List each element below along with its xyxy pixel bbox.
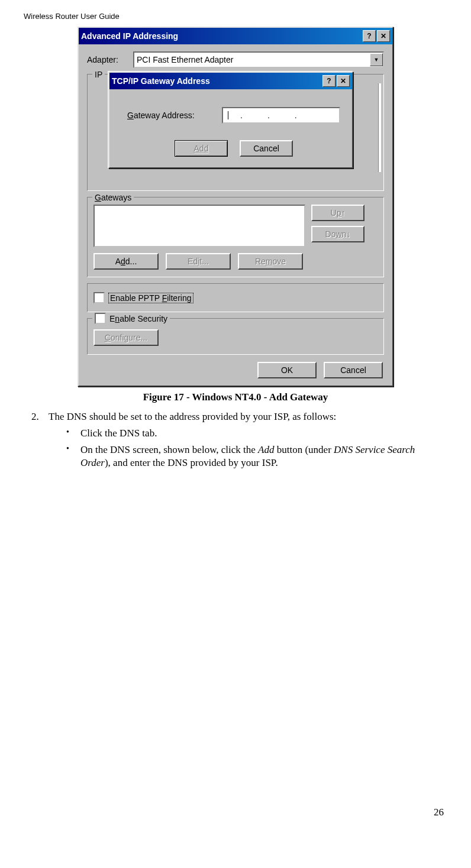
adapter-label: Adapter: [87, 55, 128, 64]
pptp-checkbox[interactable] [93, 292, 105, 303]
security-checkbox[interactable] [95, 313, 106, 324]
security-label: Enable Security [109, 314, 167, 323]
adapter-value: PCI Fast Ethernet Adapter [137, 55, 370, 64]
gateways-listbox[interactable] [93, 205, 305, 247]
gateway-address-input[interactable]: ... [222, 107, 340, 124]
body-text: The DNS should be set to the address pro… [24, 410, 447, 469]
gateways-edit-button[interactable]: Edit... [166, 253, 231, 270]
pptp-groupbox: Enable PPTP Filtering [87, 283, 384, 312]
cancel-button[interactable]: Cancel [324, 362, 383, 378]
down-button[interactable]: Down↓ [311, 226, 364, 242]
ip-group-label: IP [92, 70, 105, 79]
inner-title: TCP/IP Gateway Address [112, 76, 322, 86]
figure-container: Advanced IP Addressing ? ✕ Adapter: PCI … [24, 27, 447, 387]
combobox-arrow-icon[interactable]: ▼ [370, 53, 383, 66]
security-groupbox: Enable Security Configure... [87, 318, 384, 355]
inner-titlebar: TCP/IP Gateway Address ? ✕ [109, 73, 352, 89]
adapter-combobox[interactable]: PCI Fast Ethernet Adapter ▼ [133, 51, 384, 68]
document-header: Wireless Router User Guide [24, 12, 447, 21]
bullet-item: Click the DNS tab. [66, 427, 447, 440]
inner-cancel-button[interactable]: Cancel [240, 140, 293, 157]
gateways-groupbox: Gateways Up↑ Down↓ Add... Edit... Remove [87, 197, 384, 277]
up-button[interactable]: Up↑ [311, 205, 364, 221]
gateway-address-label: Gateway Address: [127, 111, 216, 120]
figure-caption: Figure 17 - Windows NT4.0 - Add Gateway [24, 391, 447, 403]
gateways-add-button[interactable]: Add... [93, 253, 159, 270]
inner-help-button[interactable]: ? [322, 75, 335, 87]
ip-groupbox: IP TCP/IP Gateway Address ? ✕ Ga [87, 74, 384, 191]
outer-title: Advanced IP Addressing [81, 31, 363, 41]
configure-button[interactable]: Configure... [93, 329, 159, 346]
help-button[interactable]: ? [363, 30, 376, 42]
gateways-remove-button[interactable]: Remove [238, 253, 303, 270]
advanced-ip-dialog: Advanced IP Addressing ? ✕ Adapter: PCI … [78, 27, 393, 387]
gateways-label: Gateways [92, 193, 134, 202]
close-button[interactable]: ✕ [377, 30, 390, 42]
inner-add-button[interactable]: Add [175, 140, 228, 157]
ok-button[interactable]: OK [257, 362, 317, 378]
step-item: The DNS should be set to the address pro… [41, 410, 447, 469]
gateway-address-dialog: TCP/IP Gateway Address ? ✕ Gateway Addre… [108, 72, 353, 169]
inner-close-button[interactable]: ✕ [337, 75, 350, 87]
text-cursor-icon [228, 111, 228, 119]
pptp-label: Enable PPTP Filtering [108, 293, 193, 303]
bullet-item: On the DNS screen, shown below, click th… [66, 443, 447, 469]
outer-titlebar: Advanced IP Addressing ? ✕ [79, 28, 392, 44]
page-number: 26 [24, 807, 447, 818]
